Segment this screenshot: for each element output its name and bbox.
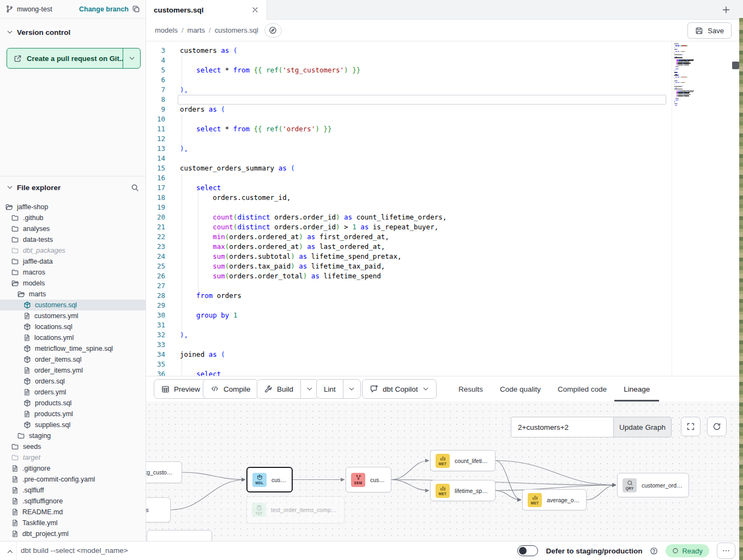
code-line-9[interactable]: 9orders as (: [146, 105, 672, 114]
lineage-node-customer_order_metrics[interactable]: QRYcustomer_order_metrics: [617, 473, 689, 497]
file-row-target[interactable]: target: [0, 452, 146, 463]
change-branch-link[interactable]: Change branch: [79, 5, 129, 13]
code-line-15[interactable]: 15customer_orders_summary as (: [146, 163, 672, 173]
tab-lineage[interactable]: Lineage: [624, 376, 650, 401]
file-row-data-tests[interactable]: data-tests: [0, 234, 146, 245]
code-line-25[interactable]: 25 sum(orders.tax_paid) as lifetime_tax_…: [146, 261, 672, 271]
help-icon[interactable]: [650, 547, 658, 555]
defer-toggle[interactable]: [517, 545, 538, 556]
breadcrumb-file[interactable]: customers.sql: [209, 26, 258, 34]
file-row-locations-yml[interactable]: locations.yml: [0, 332, 146, 343]
create-pr-caret[interactable]: [123, 48, 140, 68]
code-line-29[interactable]: 29: [146, 301, 672, 311]
build-dropdown[interactable]: [300, 380, 318, 398]
file-row-dbt-project-yml[interactable]: dbt_project.yml: [0, 528, 146, 539]
lineage-panel[interactable]: MDLstg_customersMDLordersMDLcustomersTST…: [146, 401, 743, 541]
file-row--pre-commit-config-yaml[interactable]: .pre-commit-config.yaml: [0, 474, 146, 485]
search-icon[interactable]: [131, 184, 139, 192]
file-row-metricflow-time-spine-sql[interactable]: metricflow_time_spine.sql: [0, 343, 146, 354]
file-row-readme-md[interactable]: README.md: [0, 507, 146, 518]
code-line-8[interactable]: 8: [146, 95, 672, 105]
lineage-node-lifetime_spend_pretax[interactable]: METlifetime_spend_pretax: [430, 480, 496, 501]
chevron-down-icon[interactable]: [7, 184, 13, 191]
code-line-32[interactable]: 32),: [146, 330, 672, 340]
breadcrumb-models[interactable]: models: [155, 26, 178, 34]
refresh-button[interactable]: [707, 417, 727, 436]
code-line-19[interactable]: 19: [146, 203, 672, 212]
close-icon[interactable]: [251, 6, 259, 14]
command-input[interactable]: dbt build --select <model_name>: [21, 546, 128, 555]
code-line-5[interactable]: 5 select * from {{ ref('stg_customers') …: [146, 65, 672, 75]
code-line-36[interactable]: 36 select: [146, 369, 672, 376]
lint-button[interactable]: Lint: [316, 379, 361, 399]
code-line-26[interactable]: 26 sum(orders.order_total) as lifetime_s…: [146, 271, 672, 281]
tab-results[interactable]: Results: [458, 376, 483, 401]
code-line-17[interactable]: 17 select: [146, 183, 672, 193]
file-row-customers-sql[interactable]: customers.sql: [0, 300, 146, 311]
code-line-30[interactable]: 30 group by 1: [146, 311, 672, 320]
code-line-21[interactable]: 21 count(distinct orders.order_id) > 1 a…: [146, 222, 672, 232]
copy-icon[interactable]: [132, 5, 140, 13]
file-row-orders-sql[interactable]: orders.sql: [0, 376, 146, 387]
lineage-node-orders[interactable]: MDLorders: [146, 497, 171, 522]
code-line-4[interactable]: 4: [146, 56, 672, 65]
tab-customers-sql[interactable]: customers.sql: [146, 0, 267, 20]
code-line-23[interactable]: 23 max(orders.ordered_at) as last_ordere…: [146, 242, 672, 252]
file-row-jaffle-shop[interactable]: jaffle-shop: [0, 202, 146, 212]
ide-compass-button[interactable]: [264, 23, 282, 38]
editor-scrollbar-thumb[interactable]: [732, 62, 739, 69]
tab-code-quality[interactable]: Code quality: [500, 376, 541, 401]
lint-dropdown[interactable]: [343, 380, 360, 398]
save-button[interactable]: Save: [687, 22, 732, 39]
file-row-macros[interactable]: macros: [0, 267, 146, 278]
build-button[interactable]: Build: [257, 379, 318, 399]
file-row-products-yml[interactable]: products.yml: [0, 409, 146, 419]
file-row-customers-yml[interactable]: customers.yml: [0, 311, 146, 321]
code-line-33[interactable]: 33: [146, 340, 672, 350]
file-row-marts[interactable]: marts: [0, 289, 146, 300]
new-tab-button[interactable]: [719, 3, 733, 17]
code-line-27[interactable]: 27: [146, 281, 672, 291]
preview-button[interactable]: Preview: [154, 379, 208, 399]
file-row--gitignore[interactable]: .gitignore: [0, 463, 146, 474]
lineage-node-count_lifetime_orders[interactable]: METcount_lifetime_orders: [430, 450, 496, 471]
breadcrumb-marts[interactable]: marts: [182, 26, 205, 34]
code-line-13[interactable]: 13),: [146, 144, 672, 154]
update-graph-button[interactable]: Update Graph: [613, 417, 672, 437]
lineage-node-stg_customers[interactable]: MDLstg_customers: [146, 461, 182, 483]
file-row-jaffle-data[interactable]: jaffle-data: [0, 256, 146, 267]
code-line-12[interactable]: 12: [146, 134, 672, 144]
file-row-models[interactable]: models: [0, 278, 146, 289]
code-line-22[interactable]: 22 min(orders.ordered_at) as first_order…: [146, 232, 672, 242]
lineage-node-partial_node[interactable]: [147, 530, 212, 541]
editor-minimap[interactable]: [672, 41, 714, 376]
code-line-16[interactable]: 16: [146, 173, 672, 183]
version-control-header[interactable]: Version control: [0, 23, 146, 41]
file-row-locations-sql[interactable]: locations.sql: [0, 321, 146, 332]
expand-command-bar-button[interactable]: [4, 546, 15, 557]
tab-compiled-code[interactable]: Compiled code: [558, 376, 607, 401]
code-line-24[interactable]: 24 sum(orders.subtotal) as lifetime_spen…: [146, 252, 672, 261]
file-row-order-items-sql[interactable]: order_items.sql: [0, 354, 146, 365]
file-row--sqlfluffignore[interactable]: .sqlfluffignore: [0, 496, 146, 507]
file-row-seeds[interactable]: seeds: [0, 441, 146, 452]
file-row-analyses[interactable]: analyses: [0, 223, 146, 234]
lineage-filter-input[interactable]: [511, 417, 613, 437]
code-line-11[interactable]: 11 select * from {{ ref('orders') }}: [146, 124, 672, 134]
code-line-6[interactable]: 6: [146, 75, 672, 85]
file-row-order-items-yml[interactable]: order_items.yml: [0, 365, 146, 376]
file-row--sqlfluff[interactable]: .sqlfluff: [0, 485, 146, 496]
code-line-28[interactable]: 28 from orders: [146, 291, 672, 301]
code-line-34[interactable]: 34joined as (: [146, 350, 672, 360]
code-lines[interactable]: 3customers as (45 select * from {{ ref('…: [146, 46, 672, 376]
lineage-node-customers_model[interactable]: MDLcustomers: [246, 467, 293, 492]
code-line-31[interactable]: 31: [146, 320, 672, 330]
code-line-14[interactable]: 14: [146, 154, 672, 163]
file-row-taskfile-yml[interactable]: Taskfile.yml: [0, 518, 146, 528]
lineage-node-average_order_value[interactable]: METaverage_order_value: [522, 489, 587, 510]
fullscreen-button[interactable]: [681, 417, 700, 436]
code-line-35[interactable]: 35: [146, 360, 672, 369]
file-row-supplies-sql[interactable]: supplies.sql: [0, 419, 146, 430]
file-row-staging[interactable]: staging: [0, 430, 146, 441]
file-row-orders-yml[interactable]: orders.yml: [0, 387, 146, 398]
